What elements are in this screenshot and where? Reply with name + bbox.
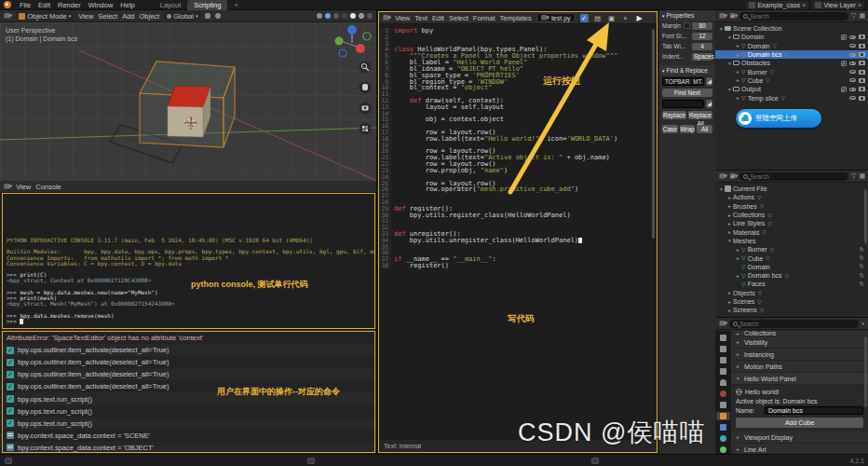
open-text-icon[interactable]: ▣	[607, 14, 617, 22]
modifiers-properties-tab[interactable]	[716, 423, 730, 432]
hide-eye-icon[interactable]	[849, 44, 856, 48]
filter-icon[interactable]: ▽	[851, 172, 856, 180]
data-outliner-row-domain-bcs[interactable]: ▸▽Domain bcs▽↻	[715, 271, 868, 280]
properties-editor[interactable]: ▤▾ ▾ ▸Collections▸Visibility▸Instancing▸…	[715, 318, 868, 454]
workspace-tab-layout[interactable]: Layout	[154, 0, 188, 10]
viewport-menu-add[interactable]: Add	[122, 12, 134, 21]
data-outliner-row-burner[interactable]: ▸▽Burner▽↻	[715, 245, 868, 254]
expand-toggle-icon[interactable]: ▸	[735, 273, 741, 279]
data-outliner-row-objects[interactable]: ▸Objects▽	[715, 289, 868, 297]
run-script-button[interactable]: ▶	[637, 14, 643, 22]
margin-checkbox[interactable]	[684, 22, 690, 29]
menu-file[interactable]: File	[16, 0, 34, 10]
shading-rendered-icon[interactable]	[367, 13, 373, 19]
replace-input[interactable]	[662, 100, 704, 108]
unlink-text-icon[interactable]: ×	[621, 14, 631, 22]
find-replace-panel-header[interactable]: ▾Find & Replace	[659, 65, 715, 75]
disable-render-icon[interactable]	[859, 52, 865, 57]
expand-toggle-icon[interactable]: ▸	[735, 255, 741, 261]
scrollbar[interactable]	[864, 189, 867, 243]
data-properties-tab[interactable]	[716, 445, 730, 454]
include-checkbox-icon[interactable]: ✓	[841, 87, 847, 92]
expand-toggle-icon[interactable]: ▸	[735, 95, 741, 101]
include-checkbox-icon[interactable]: ✓	[841, 34, 847, 40]
cloud-upload-button[interactable]: 登陆空间上传	[736, 109, 821, 128]
editor-type-icon[interactable]: ▤▾	[4, 12, 11, 20]
navigation-gizmo[interactable]	[335, 25, 372, 57]
search-input[interactable]	[750, 173, 845, 180]
expand-toggle-icon[interactable]: ▾	[718, 186, 725, 192]
text-menu-format[interactable]: Format	[473, 14, 495, 22]
world-properties-tab[interactable]	[716, 390, 730, 398]
expand-toggle-icon[interactable]: ▾	[726, 61, 733, 66]
gizmo-z-neg[interactable]	[339, 49, 346, 57]
orthographic-grid-button[interactable]	[359, 123, 372, 135]
info-editor[interactable]: AttributeError: 'SpaceTextEditor' object…	[0, 330, 377, 454]
snap-magnet-icon[interactable]	[205, 13, 210, 19]
disable-render-icon[interactable]	[859, 34, 865, 39]
properties-search[interactable]	[729, 320, 859, 328]
data-outliner-search[interactable]	[739, 172, 848, 181]
gizmo-z-axis[interactable]	[347, 25, 357, 34]
collection-properties-tab[interactable]	[716, 401, 730, 409]
panel-visibility[interactable]: ▸Visibility	[731, 336, 868, 348]
view-layer-selector[interactable]: View Layer ×	[812, 1, 864, 9]
info-row[interactable]: ✓bpy.ops.outliner.item_activate(deselect…	[3, 356, 374, 368]
editor-type-icon[interactable]: ▤▾	[719, 12, 726, 20]
add-cube-button[interactable]: Add Cube	[736, 418, 863, 428]
console-body[interactable]: PYTHON INTERACTIVE CONSOLE 3.11.7 (main,…	[2, 193, 375, 329]
outliner-row-domain-bcs[interactable]: ▸▽Domain bcs▽	[715, 50, 868, 59]
expand-toggle-icon[interactable]: ▸	[726, 221, 733, 226]
data-outliner-row-screens[interactable]: ▸Screens▽	[715, 306, 868, 314]
gizmo-y-neg[interactable]	[363, 33, 371, 40]
console-menu-console[interactable]: Console	[35, 183, 61, 191]
outliner-row-scene-collection[interactable]: ▾Scene Collection	[715, 24, 868, 33]
info-row[interactable]: ✓bpy.ops.text.run_script()	[3, 392, 374, 404]
menu-render[interactable]: Render	[54, 0, 85, 10]
expand-toggle-icon[interactable]: ▸	[735, 247, 741, 253]
expand-toggle-icon[interactable]: ▾	[726, 87, 733, 92]
display-mode-icon[interactable]: ▣▾	[729, 12, 737, 20]
tab-width-value[interactable]: 4	[692, 43, 712, 50]
indent-dropdown[interactable]: Spaces	[692, 53, 712, 61]
disable-render-icon[interactable]	[859, 78, 865, 83]
editor-type-icon[interactable]: ▤▾	[383, 14, 390, 21]
data-outliner-row-materials[interactable]: ▸Materials▽	[715, 227, 868, 236]
data-outliner-row-current-file[interactable]: ▾Current File	[715, 185, 868, 193]
outliner-row-cube[interactable]: ▸▽Cube▽	[715, 76, 868, 85]
view-layer-properties-tab[interactable]	[716, 367, 730, 376]
outliner-row-temp-slice[interactable]: ▸▽Temp slice▽	[715, 93, 868, 102]
hide-eye-icon[interactable]	[849, 53, 856, 57]
viewport-menu-object[interactable]: Object	[140, 12, 160, 21]
replace-button[interactable]: Replace	[662, 111, 686, 119]
shading-material-icon[interactable]	[359, 13, 364, 19]
3d-viewport[interactable]: ▤▾ Object Mode ▾ ViewSelectAddObject Glo…	[0, 10, 377, 181]
outliner-row-burner[interactable]: ▸▽Burner▽	[715, 67, 868, 75]
info-row[interactable]: ✓bpy.ops.text.run_script()	[3, 418, 374, 430]
outliner-row-domain[interactable]: ▾Domain✓	[715, 33, 868, 41]
scrollbar[interactable]	[864, 336, 867, 407]
gizmo-y-axis[interactable]	[335, 37, 344, 46]
text-menu-templates[interactable]: Templates	[500, 14, 532, 22]
recycle-icon[interactable]: ↻	[860, 281, 864, 288]
info-row[interactable]: ✓bpy.ops.text.run_script()	[3, 405, 374, 418]
disable-render-icon[interactable]	[859, 44, 865, 48]
find-input[interactable]: TOPBAR_MT...	[662, 77, 704, 86]
workspace-tab-new[interactable]: +	[227, 0, 244, 10]
disable-render-icon[interactable]	[859, 87, 865, 91]
text-menu-text[interactable]: Text	[414, 14, 427, 22]
editor-type-icon[interactable]: ▤▾	[719, 172, 726, 180]
expand-toggle-icon[interactable]: ▸	[726, 229, 733, 235]
text-editor-main[interactable]: ▤▾ ViewTextEditSelectFormatTemplates ▤▾ …	[378, 11, 658, 453]
find-next-button[interactable]: Find Next	[662, 89, 712, 97]
text-editor-scrollbar[interactable]	[652, 29, 655, 239]
margin-value[interactable]: 80	[692, 22, 712, 30]
expand-toggle-icon[interactable]: ▸	[735, 77, 741, 83]
expand-toggle-icon[interactable]: ▸	[726, 203, 733, 209]
include-checkbox-icon[interactable]: ✓	[841, 61, 847, 66]
text-menu-edit[interactable]: Edit	[432, 14, 444, 22]
info-row[interactable]: ✓bpy.ops.outliner.item_activate(deselect…	[3, 344, 374, 356]
expand-toggle-icon[interactable]: ▾	[718, 26, 725, 32]
expand-toggle-icon[interactable]: ▸	[726, 290, 733, 295]
hide-eye-icon[interactable]	[849, 62, 856, 65]
